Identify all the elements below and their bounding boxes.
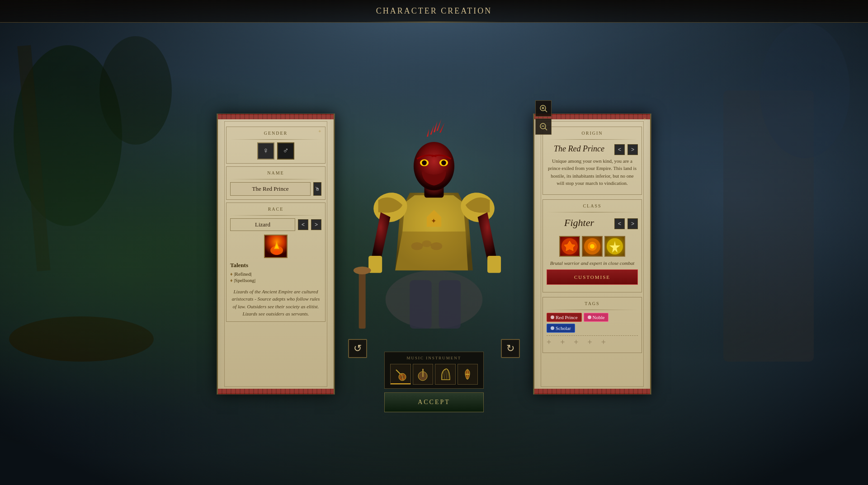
race-next-btn[interactable]: > (311, 219, 321, 230)
left-panel-bottom-ornament (218, 389, 334, 394)
race-description: Lizards of the Ancient Empire are cultur… (230, 288, 321, 318)
class-divider (547, 212, 638, 212)
tag-red-prince: Red Prince (547, 313, 582, 322)
main-container: GENDER ✦ ♀ ♂ NAME 🖱 (0, 23, 868, 485)
empty-tag-slot-0: + (547, 338, 551, 347)
race-prev-btn[interactable]: < (298, 219, 308, 230)
talents-section: Talents |Refined| |Spellsong| (230, 262, 321, 283)
svg-rect-24 (439, 280, 461, 328)
tag-noble: Noble (584, 313, 609, 322)
talent-item-1: |Spellsong| (230, 277, 321, 283)
svg-line-55 (446, 370, 447, 379)
svg-point-35 (422, 160, 427, 165)
svg-point-45 (430, 242, 442, 250)
origin-prev-icon: < (618, 146, 621, 153)
character-svg: ✦ (339, 96, 529, 348)
instrument-btn-2[interactable] (435, 364, 456, 385)
empty-tag-slot-3: + (587, 338, 592, 347)
empty-tags-row: + + + + + (547, 335, 638, 349)
right-panel-top-ornament (534, 114, 650, 119)
center-area: ✦ ↺ ↻ MUSIC INSTRUMENT (339, 96, 529, 412)
svg-point-22 (386, 270, 483, 329)
class-next-icon: > (631, 221, 634, 227)
instrument-row (390, 364, 478, 385)
origin-next-btn[interactable]: > (627, 144, 638, 155)
origin-description: Unique among your own kind, you are a pr… (547, 157, 638, 187)
camera-controls (535, 100, 552, 135)
customise-btn[interactable]: CUSTOMISE (547, 269, 638, 285)
class-name: Fighter (547, 217, 612, 229)
gender-female-btn[interactable]: ♀ (257, 142, 274, 160)
character-portrait: ✦ (339, 96, 529, 348)
race-icon-svg (265, 235, 287, 258)
right-panel-bottom-ornament (534, 389, 650, 394)
race-section: RACE Lizard < > (226, 202, 326, 322)
race-icon-area (230, 235, 321, 258)
gender-buttons: ♀ ♂ (230, 142, 321, 160)
gender-divider (230, 139, 321, 140)
class-prev-btn[interactable]: < (614, 218, 625, 229)
name-input[interactable] (230, 182, 311, 196)
zoom-in-btn[interactable] (535, 100, 552, 117)
rotate-right-btn[interactable]: ↻ (501, 339, 520, 358)
instrument-btn-0[interactable] (390, 364, 411, 385)
tag-label-1: Noble (593, 315, 605, 320)
class-selector: Fighter < > (547, 215, 638, 232)
rotate-left-btn[interactable]: ↺ (348, 339, 367, 358)
tags-row: Red Prince Noble Scholar (547, 313, 638, 333)
tags-section: TAGS Red Prince Noble Scholar + + (542, 297, 642, 353)
class-section: CLASS Fighter < > (542, 199, 642, 292)
gender-section: GENDER ✦ ♀ ♂ (226, 127, 326, 164)
page-title: Character Creation (376, 6, 492, 16)
empty-tag-slot-4: + (601, 338, 606, 347)
zoom-in-icon (539, 104, 548, 113)
empty-tag-slot-2: + (574, 338, 578, 347)
svg-rect-23 (410, 280, 431, 328)
svg-text:✦: ✦ (431, 217, 437, 225)
talent-item-0: |Refined| (230, 271, 321, 277)
gender-label: GENDER (230, 131, 321, 136)
class-icon-2 (604, 236, 625, 257)
harp-icon (437, 366, 453, 382)
race-divider (230, 215, 321, 216)
rotation-controls: ↺ ↻ (339, 339, 529, 358)
class-description: Brutal warrior and expert in close comba… (547, 260, 638, 266)
zoom-out-btn[interactable] (535, 118, 552, 135)
name-divider (230, 179, 321, 179)
class-ability-3-icon (606, 237, 624, 255)
cursor-icon: 🖱 (315, 186, 320, 192)
origin-divider (547, 139, 638, 140)
chevron-left-icon: < (302, 221, 305, 228)
svg-rect-51 (422, 369, 424, 377)
name-input-row: 🖱 (230, 182, 321, 196)
class-ability-1-icon (561, 237, 579, 255)
svg-point-43 (411, 242, 423, 250)
male-icon: ♂ (283, 146, 289, 155)
svg-line-16 (545, 110, 547, 112)
lute-icon (392, 366, 409, 382)
svg-point-30 (354, 266, 371, 274)
chevron-right-icon: > (315, 221, 318, 228)
svg-rect-29 (359, 270, 366, 329)
random-name-btn[interactable]: 🖱 (313, 182, 321, 196)
origin-next-icon: > (631, 146, 634, 153)
tag-dot-0 (551, 315, 554, 319)
svg-marker-39 (436, 119, 441, 131)
gender-male-btn[interactable]: ♂ (277, 142, 294, 160)
tag-dot-1 (588, 315, 591, 319)
title-bar: Character Creation (0, 0, 868, 23)
instrument-btn-3[interactable] (458, 364, 478, 385)
instrument-btn-1[interactable] (413, 364, 434, 385)
name-section: NAME 🖱 (226, 166, 326, 200)
svg-point-14 (273, 250, 280, 255)
race-icon (264, 235, 288, 258)
accept-btn[interactable]: ACCEPT (384, 392, 484, 412)
svg-point-44 (422, 240, 431, 247)
origin-prev-btn[interactable]: < (614, 144, 625, 155)
rotate-right-icon: ↻ (506, 343, 514, 354)
zoom-out-icon (539, 122, 548, 131)
svg-point-36 (441, 160, 446, 165)
empty-tag-slot-1: + (560, 338, 565, 347)
svg-line-54 (444, 370, 445, 379)
class-next-btn[interactable]: > (627, 218, 638, 229)
